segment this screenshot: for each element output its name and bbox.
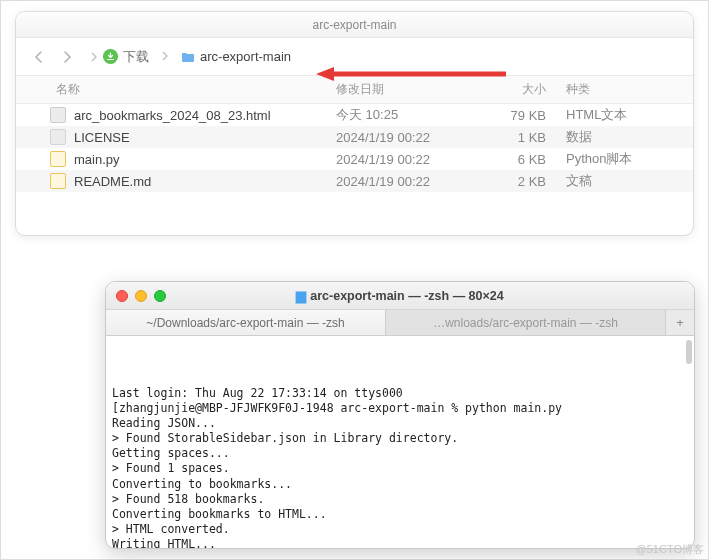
file-name: main.py (74, 152, 336, 167)
maximize-button[interactable] (154, 290, 166, 302)
column-header-row: 名称 修改日期 大小 种类 (16, 76, 693, 104)
md-file-icon (50, 173, 66, 189)
column-header-date[interactable]: 修改日期 (336, 81, 486, 98)
path-label: arc-export-main (200, 49, 291, 64)
file-kind: HTML文本 (566, 106, 693, 124)
terminal-tab-inactive[interactable]: …wnloads/arc-export-main — -zsh (386, 310, 666, 335)
terminal-line: Last login: Thu Aug 22 17:33:14 on ttys0… (112, 386, 688, 401)
chevron-right-icon (90, 52, 98, 62)
terminal-line: Converting bookmarks to HTML... (112, 507, 688, 522)
file-kind: 文稿 (566, 172, 693, 190)
back-button[interactable] (28, 46, 50, 68)
file-name: arc_bookmarks_2024_08_23.html (74, 108, 336, 123)
terminal-tab-active[interactable]: ~/Downloads/arc-export-main — -zsh (106, 310, 386, 335)
terminal-window: ▆arc-export-main — -zsh — 80×24 ~/Downlo… (105, 281, 695, 549)
file-kind: 数据 (566, 128, 693, 146)
window-controls (116, 290, 166, 302)
file-size: 6 KB (486, 152, 566, 167)
column-header-size[interactable]: 大小 (486, 81, 566, 98)
terminal-line: > Found 1 spaces. (112, 461, 688, 476)
forward-button[interactable] (56, 46, 78, 68)
terminal-line: > Found 518 bookmarks. (112, 492, 688, 507)
terminal-tab-strip: ~/Downloads/arc-export-main — -zsh …wnlo… (106, 310, 694, 336)
chevron-right-icon (62, 51, 72, 63)
file-date: 2024/1/19 00:22 (336, 152, 486, 167)
file-date: 今天 10:25 (336, 106, 486, 124)
file-row[interactable]: arc_bookmarks_2024_08_23.html今天 10:2579 … (16, 104, 693, 126)
file-kind: Python脚本 (566, 150, 693, 168)
terminal-line: Getting spaces... (112, 446, 688, 461)
path-separator-icon (161, 49, 169, 64)
file-date: 2024/1/19 00:22 (336, 174, 486, 189)
downloads-icon (103, 49, 118, 64)
terminal-output[interactable]: Last login: Thu Aug 22 17:33:14 on ttys0… (106, 336, 694, 548)
terminal-titlebar: ▆arc-export-main — -zsh — 80×24 (106, 282, 694, 310)
path-segment-downloads[interactable]: 下载 (84, 46, 155, 68)
file-name: README.md (74, 174, 336, 189)
file-size: 2 KB (486, 174, 566, 189)
html-file-icon (50, 107, 66, 123)
file-name: LICENSE (74, 130, 336, 145)
terminal-line: [zhangjunjie@MBP-JFJWFK9F0J-1948 arc-exp… (112, 401, 688, 416)
file-row[interactable]: main.py2024/1/19 00:226 KBPython脚本 (16, 148, 693, 170)
terminal-line: Converting to bookmarks... (112, 477, 688, 492)
folder-icon: ▆ (296, 289, 306, 303)
path-label: 下载 (123, 48, 149, 66)
file-size: 1 KB (486, 130, 566, 145)
terminal-line: Reading JSON... (112, 416, 688, 431)
finder-titlebar: arc-export-main (16, 12, 693, 38)
folder-icon (181, 51, 195, 63)
terminal-line: > HTML converted. (112, 522, 688, 537)
finder-window: arc-export-main 下载 arc-exp (15, 11, 694, 236)
blank-file-icon (50, 129, 66, 145)
chevron-left-icon (34, 51, 44, 63)
column-header-name[interactable]: 名称 (16, 81, 336, 98)
file-size: 79 KB (486, 108, 566, 123)
terminal-line: > Found StorableSidebar.json in Library … (112, 431, 688, 446)
terminal-title: arc-export-main — -zsh — 80×24 (310, 289, 503, 303)
finder-window-title: arc-export-main (312, 18, 396, 32)
terminal-line: Writing HTML... (112, 537, 688, 548)
scrollbar-thumb[interactable] (686, 340, 692, 364)
close-button[interactable] (116, 290, 128, 302)
finder-toolbar: 下载 arc-export-main (16, 38, 693, 76)
file-date: 2024/1/19 00:22 (336, 130, 486, 145)
new-tab-button[interactable]: + (666, 310, 694, 335)
file-list: arc_bookmarks_2024_08_23.html今天 10:2579 … (16, 104, 693, 192)
file-row[interactable]: LICENSE2024/1/19 00:221 KB数据 (16, 126, 693, 148)
py-file-icon (50, 151, 66, 167)
minimize-button[interactable] (135, 290, 147, 302)
column-header-kind[interactable]: 种类 (566, 81, 693, 98)
watermark: @51CTO博客 (636, 542, 704, 557)
path-segment-current[interactable]: arc-export-main (175, 47, 297, 66)
file-row[interactable]: README.md2024/1/19 00:222 KB文稿 (16, 170, 693, 192)
